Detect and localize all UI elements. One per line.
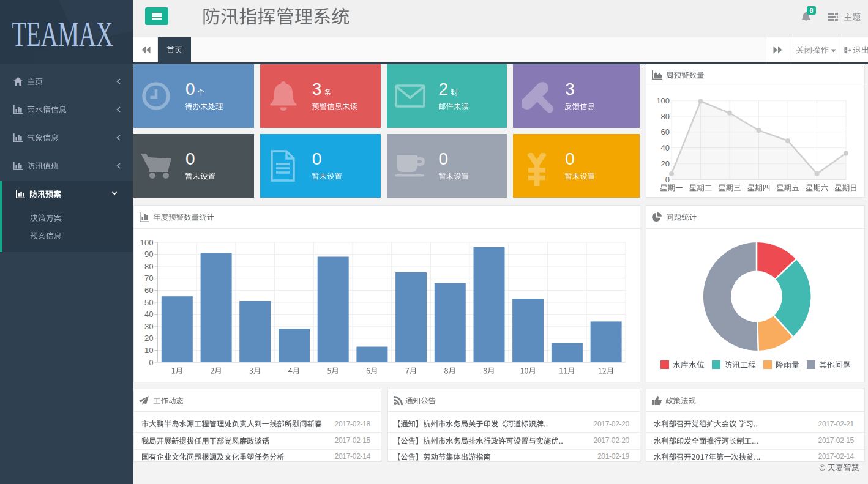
- svg-text:40: 40: [144, 310, 153, 319]
- svg-text:60: 60: [144, 286, 153, 295]
- svg-text:100: 100: [140, 238, 154, 247]
- svg-text:80: 80: [661, 112, 670, 121]
- svg-text:70: 70: [144, 274, 153, 283]
- svg-text:30: 30: [144, 322, 153, 331]
- svg-text:20: 20: [661, 159, 670, 168]
- svg-text:0: 0: [149, 358, 153, 367]
- svg-text:90: 90: [144, 250, 153, 259]
- svg-text:20: 20: [144, 333, 153, 343]
- svg-text:100: 100: [656, 96, 670, 105]
- svg-text:10: 10: [144, 346, 153, 355]
- svg-text:80: 80: [144, 262, 153, 271]
- svg-text:0: 0: [665, 175, 670, 184]
- svg-text:40: 40: [661, 143, 670, 152]
- svg-text:50: 50: [144, 298, 153, 307]
- svg-text:60: 60: [661, 127, 670, 136]
